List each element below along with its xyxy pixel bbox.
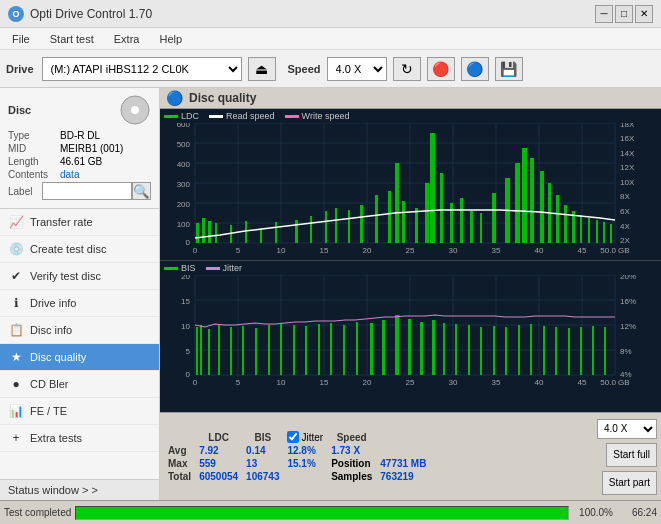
bis-legend-label: BIS bbox=[181, 263, 196, 273]
svg-rect-48 bbox=[196, 223, 199, 243]
start-full-button[interactable]: Start full bbox=[606, 443, 657, 467]
start-part-button[interactable]: Start part bbox=[602, 471, 657, 495]
disc-mid-row: MID MEIRB1 (001) bbox=[8, 143, 151, 154]
sidebar-item-fe-te[interactable]: 📊 FE / TE bbox=[0, 398, 159, 425]
refresh-button[interactable]: ↻ bbox=[393, 57, 421, 81]
total-ldc-value: 6050054 bbox=[195, 470, 242, 483]
save-button[interactable]: 💾 bbox=[495, 57, 523, 81]
maximize-button[interactable]: □ bbox=[615, 5, 633, 23]
svg-rect-127 bbox=[196, 327, 198, 375]
menu-file[interactable]: File bbox=[4, 31, 38, 47]
chart-title: Disc quality bbox=[189, 91, 256, 105]
menu-help[interactable]: Help bbox=[151, 31, 190, 47]
svg-text:50.0 GB: 50.0 GB bbox=[600, 246, 629, 253]
chart-header-icon: 🔵 bbox=[166, 90, 183, 106]
sidebar-item-create-test-disc[interactable]: 💿 Create test disc bbox=[0, 236, 159, 263]
nav-items: 📈 Transfer rate 💿 Create test disc ✔ Ver… bbox=[0, 209, 159, 479]
svg-rect-160 bbox=[592, 326, 594, 375]
disc-label-label: Label bbox=[8, 186, 42, 197]
svg-text:100: 100 bbox=[177, 220, 191, 229]
svg-text:0: 0 bbox=[186, 238, 191, 247]
menu-extra[interactable]: Extra bbox=[106, 31, 148, 47]
status-window-label: Status window > > bbox=[8, 484, 98, 496]
menu-start-test[interactable]: Start test bbox=[42, 31, 102, 47]
svg-text:500: 500 bbox=[177, 140, 191, 149]
write-speed-legend-color bbox=[285, 115, 299, 118]
jitter-checkbox[interactable] bbox=[287, 431, 299, 443]
cd-bler-icon: ● bbox=[8, 376, 24, 392]
svg-rect-131 bbox=[230, 327, 232, 375]
svg-text:45: 45 bbox=[578, 378, 587, 385]
svg-rect-74 bbox=[492, 193, 496, 243]
svg-rect-159 bbox=[580, 327, 582, 375]
svg-rect-138 bbox=[318, 324, 320, 375]
svg-rect-76 bbox=[515, 163, 520, 243]
total-row-label: Total bbox=[164, 470, 195, 483]
svg-rect-68 bbox=[430, 133, 435, 243]
ldc-col-header: LDC bbox=[195, 431, 242, 444]
svg-rect-149 bbox=[455, 324, 457, 375]
disc-label-button[interactable]: 🔍 bbox=[132, 182, 151, 200]
svg-rect-88 bbox=[610, 224, 612, 243]
jitter-checkbox-label[interactable]: Jitter bbox=[287, 431, 323, 443]
svg-rect-150 bbox=[468, 325, 470, 375]
minimize-button[interactable]: ─ bbox=[595, 5, 613, 23]
eject-button[interactable]: ⏏ bbox=[248, 57, 276, 81]
jitter-col-header: Jitter bbox=[301, 432, 323, 443]
close-button[interactable]: ✕ bbox=[635, 5, 653, 23]
status-window-button[interactable]: Status window > > bbox=[0, 479, 159, 500]
sidebar-item-disc-quality[interactable]: ★ Disc quality bbox=[0, 344, 159, 371]
svg-rect-132 bbox=[242, 326, 244, 375]
progress-bar-outer bbox=[75, 506, 569, 520]
max-jitter-value: 15.1% bbox=[283, 457, 327, 470]
drive-select[interactable]: (M:) ATAPI iHBS112 2 CL0K bbox=[42, 57, 242, 81]
svg-text:0: 0 bbox=[193, 246, 198, 253]
sidebar-item-transfer-rate[interactable]: 📈 Transfer rate bbox=[0, 209, 159, 236]
max-bis-value: 13 bbox=[242, 457, 283, 470]
sidebar-item-disc-info[interactable]: 📋 Disc info bbox=[0, 317, 159, 344]
svg-text:20: 20 bbox=[363, 246, 372, 253]
svg-text:600: 600 bbox=[177, 123, 191, 129]
svg-text:4X: 4X bbox=[620, 222, 630, 231]
progress-bar-inner bbox=[76, 507, 568, 519]
verify-test-disc-icon: ✔ bbox=[8, 268, 24, 284]
top-chart: LDC Read speed Write speed bbox=[160, 109, 661, 261]
disc-mid-label: MID bbox=[8, 143, 60, 154]
svg-rect-53 bbox=[245, 221, 247, 243]
max-position-value: 47731 MB bbox=[376, 457, 430, 470]
avg-row-label: Avg bbox=[164, 444, 195, 457]
top-chart-legend: LDC Read speed Write speed bbox=[160, 109, 661, 123]
stats-data-table: LDC BIS Jitter Speed Avg 7.9 bbox=[164, 431, 430, 483]
max-ldc-value: 559 bbox=[195, 457, 242, 470]
disc-length-label: Length bbox=[8, 156, 60, 167]
svg-text:0: 0 bbox=[193, 378, 198, 385]
disc-label-input[interactable] bbox=[42, 182, 132, 200]
svg-rect-154 bbox=[518, 325, 520, 375]
sidebar-item-cd-bler[interactable]: ● CD Bler bbox=[0, 371, 159, 398]
sidebar-item-extra-tests[interactable]: + Extra tests bbox=[0, 425, 159, 452]
disc-type-value: BD-R DL bbox=[60, 130, 100, 141]
svg-rect-57 bbox=[310, 216, 312, 243]
read-speed-legend: Read speed bbox=[209, 111, 275, 121]
progress-label: Test completed bbox=[4, 507, 71, 518]
tool-btn-1[interactable]: 🔴 bbox=[427, 57, 455, 81]
speed-dropdown[interactable]: 4.0 X bbox=[597, 419, 657, 439]
main-content: 🔵 Disc quality LDC Read speed bbox=[160, 88, 661, 500]
svg-rect-141 bbox=[356, 322, 358, 375]
disc-contents-row: Contents data bbox=[8, 169, 151, 180]
progress-bar-container: Test completed 100.0% 66:24 bbox=[0, 500, 661, 524]
bottom-chart: BIS Jitter bbox=[160, 261, 661, 412]
write-speed-legend: Write speed bbox=[285, 111, 350, 121]
speed-select[interactable]: 4.0 X bbox=[327, 57, 387, 81]
sidebar-item-disc-quality-label: Disc quality bbox=[30, 351, 86, 363]
sidebar-item-verify-test-disc[interactable]: ✔ Verify test disc bbox=[0, 263, 159, 290]
write-speed-legend-label: Write speed bbox=[302, 111, 350, 121]
svg-text:16%: 16% bbox=[620, 297, 636, 306]
title-bar-left: O Opti Drive Control 1.70 bbox=[8, 6, 152, 22]
svg-rect-139 bbox=[330, 323, 332, 375]
sidebar-item-disc-info-label: Disc info bbox=[30, 324, 72, 336]
tool-btn-2[interactable]: 🔵 bbox=[461, 57, 489, 81]
jitter-legend: Jitter bbox=[206, 263, 243, 273]
sidebar-item-drive-info[interactable]: ℹ Drive info bbox=[0, 290, 159, 317]
svg-text:5: 5 bbox=[236, 378, 241, 385]
